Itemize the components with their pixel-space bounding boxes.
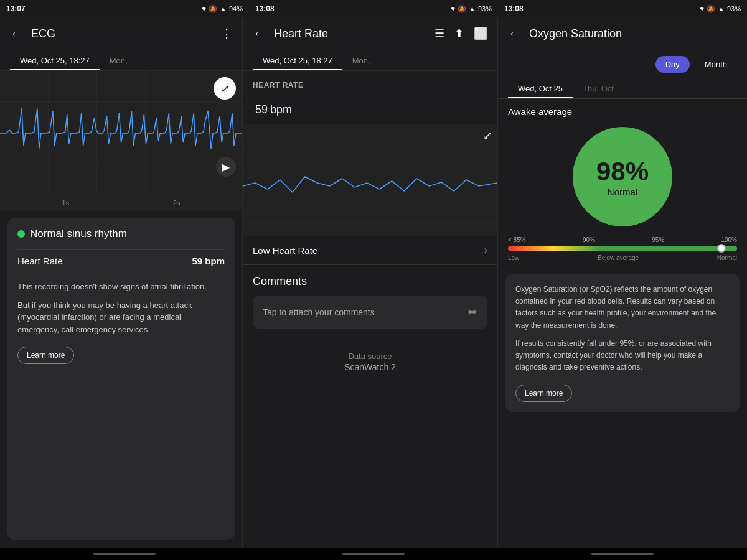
ecg-date-tabs: Wed, Oct 25, 18:27 Mon, [0, 50, 242, 71]
time-2: 13:08 [255, 4, 275, 13]
hr-header: ← Heart Rate ☰ ⬆ ⬜ [243, 17, 497, 50]
sat-bar [508, 246, 737, 251]
hr-unit: bpm [270, 103, 292, 116]
expand-icon: ⤢ [221, 83, 229, 95]
ecg-panel: ← ECG ⋮ Wed, Oct 25, 18:27 Mon, [0, 17, 243, 548]
ecg-date-dim[interactable]: Mon, [100, 50, 138, 70]
comments-box[interactable]: Tap to attach your comments ✏ [253, 296, 487, 329]
ox-month-button[interactable]: Month [695, 56, 737, 73]
battery-icon-3: 93% [727, 5, 741, 12]
ox-circle: 98% Normal [573, 127, 672, 226]
ecg-info-card: Normal sinus rhythm Heart Rate 59 bpm Th… [7, 218, 235, 540]
status-bar-2: 13:08 ♥ 🔕 ▲ 93% [249, 0, 498, 17]
ox-toggle: Day Month [498, 50, 747, 79]
hr-metric-section: HEART RATE 59bpm [243, 71, 497, 119]
hr-expand-icon: ⤢ [483, 129, 492, 142]
sat-labels: < 85% 90% 95% 100% [508, 236, 737, 243]
low-hr-row[interactable]: Low Heart Rate › [243, 236, 497, 265]
ecg-header: ← ECG ⋮ [0, 17, 242, 50]
battery-icon-2: 93% [478, 5, 492, 12]
comments-title: Comments [253, 275, 487, 288]
ecg-desc-1: This recording doesn't show signs of atr… [17, 281, 225, 293]
home-indicator-2 [249, 548, 498, 560]
ox-normal-label: Normal [608, 187, 637, 197]
ecg-expand-button[interactable]: ⤢ [214, 77, 236, 100]
status-bar-1: 13:07 ♥ 🔕 ▲ 94% [0, 0, 249, 17]
ox-date-tabs: Wed, Oct 25 Thu, Oct [498, 79, 747, 99]
status-icons-1: ♥ 🔕 ▲ 94% [202, 5, 243, 13]
heart-icon-3: ♥ [700, 5, 705, 12]
signal-icon-1: 🔕 [209, 5, 217, 13]
hr-list-button[interactable]: ☰ [435, 27, 444, 40]
hr-title: Heart Rate [274, 27, 435, 40]
home-bar-3 [591, 553, 654, 555]
low-hr-chevron-icon: › [484, 245, 487, 256]
wifi-icon-1: ▲ [220, 5, 227, 12]
zone-below-avg: Below average [598, 254, 639, 261]
sat-zone-labels: Low Below average Normal [508, 254, 737, 261]
ecg-play-button[interactable]: ▶ [216, 157, 236, 177]
hr-back-button[interactable]: ← [253, 26, 266, 42]
status-icons-3: ♥ 🔕 ▲ 93% [700, 5, 741, 13]
ox-awake-label: Awake average [498, 99, 747, 117]
sat-label-100: 100% [721, 236, 737, 243]
hr-label: Heart Rate [17, 256, 63, 266]
ox-date-dim[interactable]: Thu, Oct [573, 79, 624, 98]
oxygen-panel: ← Oxygen Saturation Day Month Wed, Oct 2… [498, 17, 747, 548]
timeline-1s: 1s [62, 199, 69, 207]
ecg-date-active[interactable]: Wed, Oct 25, 18:27 [10, 50, 100, 70]
low-hr-text: Low Heart Rate [253, 245, 317, 256]
home-bar-2 [342, 553, 405, 555]
hr-actions: ☰ ⬆ ⬜ [435, 27, 487, 40]
home-bar-1 [93, 553, 156, 555]
hr-chart: ⤢ [243, 124, 497, 236]
status-icons-2: ♥ 🔕 ▲ 93% [451, 5, 492, 13]
ecg-chart: ⤢ ▶ [0, 71, 242, 195]
ecg-actions: ⋮ [221, 27, 232, 40]
wifi-icon-2: ▲ [469, 5, 476, 12]
time-1: 13:07 [6, 4, 26, 13]
sat-indicator [717, 244, 726, 253]
ox-back-button[interactable]: ← [508, 26, 522, 42]
ox-date-active[interactable]: Wed, Oct 25 [508, 79, 573, 98]
ecg-title: ECG [31, 27, 221, 40]
hr-date-active[interactable]: Wed, Oct 25, 18:27 [253, 50, 342, 70]
home-indicator-3 [498, 548, 747, 560]
hr-date-dim[interactable]: Mon, [342, 50, 380, 70]
ox-learn-more-button[interactable]: Learn more [515, 385, 572, 402]
zone-low: Low [508, 254, 519, 261]
ox-day-button[interactable]: Day [655, 56, 690, 73]
hr-metric-label: HEART RATE [253, 81, 487, 90]
zone-normal: Normal [717, 254, 737, 261]
data-source-device: ScanWatch 2 [255, 362, 485, 372]
ox-title: Oxygen Saturation [529, 27, 737, 40]
hr-row: Heart Rate 59 bpm [17, 249, 225, 273]
edit-icon: ✏ [468, 306, 477, 319]
hr-metric-value: 59bpm [253, 91, 487, 119]
heart-rate-panel: ← Heart Rate ☰ ⬆ ⬜ Wed, Oct 25, 18:27 Mo… [243, 17, 498, 548]
home-indicator-1 [0, 548, 249, 560]
time-3: 13:08 [504, 4, 524, 13]
ecg-learn-more-button[interactable]: Learn more [17, 347, 74, 364]
rhythm-text: Normal sinus rhythm [30, 228, 127, 240]
sat-label-95: 95% [652, 236, 664, 243]
signal-icon-2: 🔕 [458, 5, 466, 13]
hr-copy-button[interactable]: ⬜ [474, 27, 487, 40]
ecg-back-button[interactable]: ← [10, 26, 24, 42]
sat-scale: < 85% 90% 95% 100% Low Below average Nor… [498, 236, 747, 266]
wifi-icon-3: ▲ [718, 5, 725, 12]
rhythm-dot [17, 230, 25, 238]
play-icon: ▶ [222, 161, 230, 173]
ox-percentage: 98% [596, 157, 649, 187]
hr-share-button[interactable]: ⬆ [454, 27, 464, 40]
hr-date-tabs: Wed, Oct 25, 18:27 Mon, [243, 50, 497, 71]
heart-icon-1: ♥ [202, 5, 207, 12]
ecg-more-button[interactable]: ⋮ [221, 27, 232, 40]
signal-icon-3: 🔕 [707, 5, 715, 13]
timeline-2s: 2s [173, 199, 181, 207]
hr-number: 59 [255, 103, 268, 116]
data-source-section: Data source ScanWatch 2 [243, 339, 497, 385]
comments-section: Comments Tap to attach your comments ✏ [243, 265, 497, 339]
ox-info-text-2: If results consistently fall under 95%, … [515, 338, 730, 374]
home-indicators [0, 548, 747, 560]
